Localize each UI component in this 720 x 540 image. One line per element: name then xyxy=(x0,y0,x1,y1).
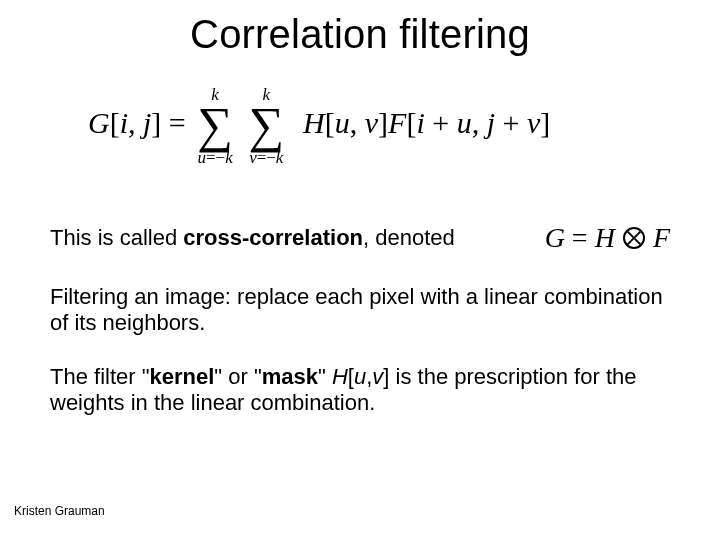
sum-lower-k: k xyxy=(276,148,284,167)
sum-lower-k: k xyxy=(225,148,233,167)
var-j: j xyxy=(487,106,495,139)
sum-lower: v=−k xyxy=(248,149,284,166)
bracket-open: [ xyxy=(406,106,416,139)
plus: + xyxy=(495,106,527,139)
attribution: Kristen Grauman xyxy=(14,504,105,518)
equals: = xyxy=(161,106,193,139)
comma: , xyxy=(128,106,136,139)
cc-pre: This is called xyxy=(50,225,183,250)
plus: + xyxy=(425,106,457,139)
var-H: H xyxy=(303,106,325,139)
var-u: u xyxy=(457,106,472,139)
cc-equation: G = H F xyxy=(545,222,670,254)
bracket-close: ] xyxy=(378,106,388,139)
slide-title: Correlation filtering xyxy=(0,12,720,57)
summation-u: k ∑ u=−k xyxy=(197,86,233,166)
paragraph-filtering: Filtering an image: replace each pixel w… xyxy=(50,284,670,337)
sum-lower-var: u xyxy=(197,148,206,167)
var-G: G xyxy=(545,222,565,253)
slide: Correlation filtering G[i, j] = k ∑ u=−k… xyxy=(0,0,720,540)
cc-text: This is called cross-correlation, denote… xyxy=(50,225,455,251)
sum-lower-eq: = xyxy=(257,148,267,167)
comma: , xyxy=(472,106,480,139)
bracket-open: [ xyxy=(325,106,335,139)
var-F: F xyxy=(388,106,406,139)
comma: , xyxy=(350,106,358,139)
var-v: v xyxy=(527,106,540,139)
cc-post: , denoted xyxy=(363,225,455,250)
summation-v: k ∑ v=−k xyxy=(248,86,284,166)
sum-lower-neg: − xyxy=(266,148,276,167)
sum-lower-var: v xyxy=(249,148,257,167)
var-H: H xyxy=(595,222,615,253)
var-u: u xyxy=(335,106,350,139)
var-G: G xyxy=(88,106,110,139)
sum-lower-eq: = xyxy=(206,148,216,167)
var-F: F xyxy=(653,222,670,254)
sigma-icon: ∑ xyxy=(248,104,284,147)
bracket-open: [ xyxy=(110,106,120,139)
sigma-icon: ∑ xyxy=(197,104,233,147)
p2a: The filter " xyxy=(50,364,150,389)
var-v: v xyxy=(365,106,378,139)
main-equation: G[i, j] = k ∑ u=−k k ∑ v=−k H[u, v]F[i +… xyxy=(88,86,550,166)
var-v: v xyxy=(372,364,383,389)
var-i: i xyxy=(416,106,424,139)
cross-correlation-line: This is called cross-correlation, denote… xyxy=(50,222,680,254)
var-i: i xyxy=(120,106,128,139)
bracket-close: ] xyxy=(151,106,161,139)
sum-lower-neg: − xyxy=(216,148,226,167)
cc-term: cross-correlation xyxy=(183,225,363,250)
otimes-icon xyxy=(623,227,645,249)
equals: = xyxy=(565,222,595,253)
term-kernel: kernel xyxy=(150,364,215,389)
p2c: " xyxy=(318,364,332,389)
paragraph-kernel: The filter "kernel" or "mask" H[u,v] is … xyxy=(50,364,670,417)
var-u: u xyxy=(354,364,366,389)
var-H: H xyxy=(332,364,348,389)
bracket-close: ] xyxy=(540,106,550,139)
term-mask: mask xyxy=(262,364,318,389)
sum-lower: u=−k xyxy=(197,149,233,166)
p2b: " or " xyxy=(214,364,261,389)
